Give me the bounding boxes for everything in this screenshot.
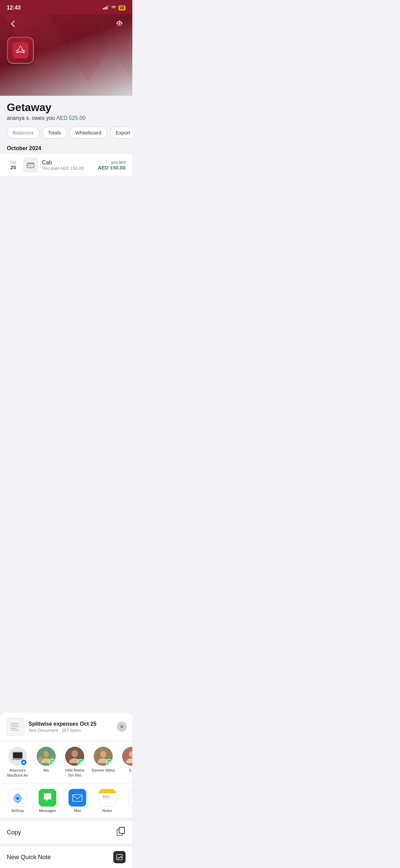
svg-rect-3 xyxy=(107,5,108,10)
svg-point-11 xyxy=(119,23,120,25)
content-area: Getaway ananya s. owes you AED 525.00 xyxy=(0,96,132,121)
owes-amount: AED 525.00 xyxy=(56,115,85,121)
svg-rect-1 xyxy=(104,7,105,10)
hero-nav xyxy=(7,18,126,30)
status-icons: 23 xyxy=(103,5,126,11)
tab-export[interactable]: Export xyxy=(110,127,132,139)
tab-totals[interactable]: Totals xyxy=(42,127,67,139)
expense-amount-col: you lent AED 150.00 xyxy=(98,160,126,170)
expense-info: Cab You paid AED 150.00 xyxy=(42,160,98,171)
section-header: October 2024 xyxy=(0,143,132,154)
back-button[interactable] xyxy=(7,18,19,30)
hero-section xyxy=(0,14,132,96)
lent-label: you lent xyxy=(98,160,126,165)
app-icon xyxy=(7,37,34,64)
owes-text: ananya s. owes you AED 525.00 xyxy=(7,115,126,121)
owes-prefix: ananya s. owes you xyxy=(7,115,55,121)
tab-bar: Balances Totals Whiteboard Export xyxy=(0,121,132,143)
status-bar: 12:43 23 xyxy=(0,0,132,14)
expense-name: Cab xyxy=(42,160,98,166)
status-time: 12:43 xyxy=(7,5,21,11)
expense-sub: You paid AED 150.00 xyxy=(42,166,98,171)
trip-title: Getaway xyxy=(7,101,126,114)
tab-whiteboard[interactable]: Whiteboard xyxy=(70,127,107,139)
svg-rect-2 xyxy=(106,6,107,10)
signal-icon xyxy=(103,5,109,11)
expense-date: Oct 25 xyxy=(7,160,20,170)
tab-balances[interactable]: Balances xyxy=(7,127,39,139)
expense-icon-box xyxy=(23,158,38,173)
lent-amount: AED 150.00 xyxy=(98,165,126,170)
svg-rect-0 xyxy=(103,8,104,10)
battery-level: 23 xyxy=(118,5,126,11)
svg-rect-14 xyxy=(28,164,33,167)
wifi-icon xyxy=(111,5,116,11)
expense-month: Oct xyxy=(7,160,20,164)
expense-row[interactable]: Oct 25 Cab You paid AED 150.00 you lent … xyxy=(0,154,132,176)
expense-day: 25 xyxy=(7,164,20,170)
settings-button[interactable] xyxy=(113,18,126,30)
svg-rect-12 xyxy=(12,42,28,58)
